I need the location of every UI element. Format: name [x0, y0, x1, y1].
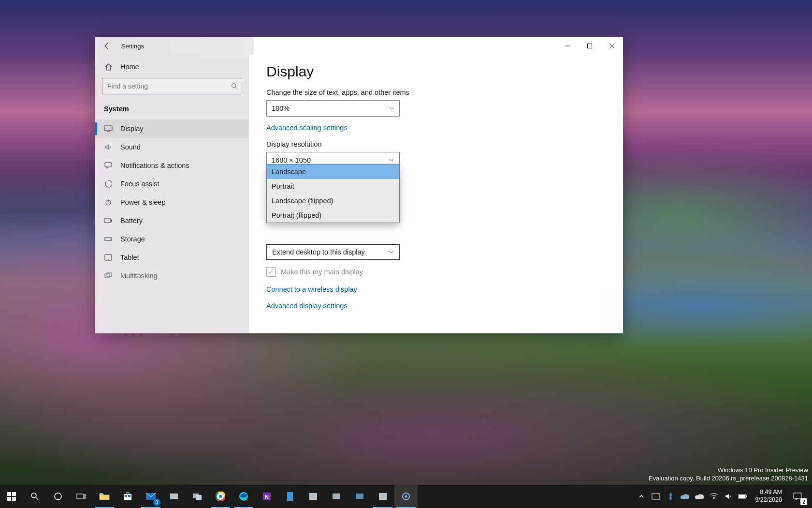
multiple-displays-dropdown[interactable]: Extend desktop to this display [266, 244, 400, 260]
tray-onedrive-icon[interactable] [678, 485, 692, 508]
svg-rect-15 [105, 274, 110, 278]
svg-rect-24 [77, 494, 84, 499]
sidebar-item-power-sleep[interactable]: Power & sleep [95, 193, 249, 211]
svg-rect-30 [128, 495, 130, 497]
chevron-down-icon [388, 249, 394, 255]
svg-rect-6 [105, 163, 112, 167]
tray-onedrive-icon-2[interactable] [692, 485, 707, 508]
settings-window: Settings Home [95, 37, 623, 333]
resolution-value: 812 × 508 [272, 156, 311, 164]
maximize-button[interactable] [579, 37, 601, 55]
search-button[interactable] [23, 485, 46, 508]
tray-input-indicator[interactable] [649, 485, 663, 508]
svg-rect-46 [356, 493, 363, 499]
wireless-display-link[interactable]: Connect to a wireless display [266, 285, 606, 293]
svg-rect-53 [746, 495, 747, 497]
scale-value: 100% [272, 105, 290, 112]
orientation-option-portrait-flipped[interactable]: Portrait (flipped) [267, 208, 399, 223]
svg-text:N: N [265, 494, 269, 500]
checkbox-icon: ✓ [266, 267, 276, 277]
search-input[interactable] [107, 82, 231, 90]
main-display-checkbox[interactable]: ✓ Make this my main display [266, 267, 606, 277]
search-input-wrap[interactable] [102, 78, 242, 94]
taskbar-app-generic-5[interactable] [325, 485, 348, 508]
search-icon [231, 83, 238, 90]
svg-rect-44 [309, 493, 317, 500]
svg-rect-9 [104, 219, 111, 223]
taskbar-app-edge[interactable] [232, 485, 255, 508]
tray-bluetooth-icon[interactable] [663, 485, 678, 508]
orientation-option-portrait[interactable]: Portrait [267, 179, 399, 194]
svg-rect-10 [111, 220, 112, 222]
taskbar-app-chrome[interactable] [209, 485, 232, 508]
sidebar-item-storage[interactable]: Storage [95, 230, 249, 248]
task-view-button[interactable] [70, 485, 93, 508]
start-button[interactable] [0, 485, 23, 508]
main-display-label: Make this my main display [281, 268, 363, 276]
close-button[interactable] [601, 37, 623, 55]
display-icon [104, 124, 113, 133]
sidebar-item-sound[interactable]: Sound [95, 138, 249, 156]
tray-wifi-icon[interactable] [707, 485, 721, 508]
sidebar-item-label: Power & sleep [120, 198, 166, 206]
focus-assist-icon [104, 179, 113, 188]
svg-rect-50 [652, 493, 660, 499]
clock-time: 8:49 AM [755, 489, 782, 496]
sidebar-item-label: Focus assist [120, 180, 160, 188]
taskbar-app-generic-6[interactable] [348, 485, 371, 508]
taskbar-app-store[interactable] [116, 485, 139, 508]
taskbar-app-generic-4[interactable] [302, 485, 325, 508]
svg-point-21 [31, 493, 36, 498]
advanced-display-link[interactable]: Advanced display settings [266, 302, 606, 310]
tray-overflow-button[interactable] [634, 485, 649, 508]
tray-battery-icon[interactable] [736, 485, 750, 508]
sidebar-home[interactable]: Home [95, 60, 249, 78]
taskbar-app-file-explorer[interactable] [93, 485, 116, 508]
sidebar-item-battery[interactable]: Battery [95, 211, 249, 230]
sidebar-item-label: Tablet [120, 254, 139, 261]
sidebar-item-display[interactable]: Display [95, 120, 249, 138]
tray-volume-icon[interactable] [721, 485, 736, 508]
svg-rect-27 [100, 493, 103, 494]
sidebar-item-tablet[interactable]: Tablet [95, 248, 249, 267]
taskbar-app-settings[interactable] [394, 485, 418, 508]
cortana-button[interactable] [46, 485, 70, 508]
svg-rect-54 [739, 495, 745, 498]
svg-point-2 [232, 84, 236, 88]
taskbar-app-mail[interactable]: 3 [139, 485, 162, 508]
orientation-option-landscape-flipped[interactable]: Landscape (flipped) [267, 194, 399, 208]
advanced-scaling-link[interactable]: Advanced scaling settings [266, 124, 348, 132]
sidebar-item-notifications[interactable]: Notifications & actions [95, 156, 249, 175]
svg-rect-29 [125, 495, 127, 497]
desktop-watermark: Windows 10 Pro Insider Preview Evaluatio… [649, 466, 808, 483]
sidebar-item-multitasking[interactable]: Multitasking [95, 267, 249, 285]
svg-rect-55 [794, 493, 801, 498]
svg-point-12 [110, 239, 111, 239]
battery-icon [104, 216, 113, 225]
sidebar-item-focus-assist[interactable]: Focus assist [95, 175, 249, 193]
resolution-label: Display resolution [266, 140, 606, 148]
sound-icon [104, 143, 113, 151]
back-button[interactable] [95, 37, 118, 55]
minimize-button[interactable] [556, 37, 579, 55]
svg-line-22 [36, 497, 38, 500]
taskbar: 3 N 8:49 AM 9/22/2020 [0, 485, 812, 508]
scale-dropdown[interactable]: 100% [266, 100, 400, 117]
svg-point-49 [405, 495, 407, 498]
tablet-icon [104, 253, 113, 262]
taskbar-app-generic-1[interactable] [162, 485, 186, 508]
taskbar-app-onenote[interactable]: N [255, 485, 278, 508]
orientation-dropdown-open[interactable]: Landscape Portrait Landscape (flipped) P… [266, 164, 400, 223]
svg-rect-1 [588, 44, 592, 48]
home-icon [104, 62, 113, 71]
svg-rect-19 [7, 497, 11, 501]
sidebar-item-label: Multitasking [120, 272, 158, 280]
taskbar-app-generic-2[interactable] [186, 485, 209, 508]
taskbar-app-generic-7[interactable] [371, 485, 394, 508]
sidebar-item-label: Display [120, 125, 144, 133]
taskbar-app-generic-3[interactable] [278, 485, 302, 508]
orientation-option-landscape[interactable]: Landscape [267, 164, 399, 179]
action-center-button[interactable]: 2 [787, 485, 808, 508]
sidebar-home-label: Home [120, 63, 139, 71]
taskbar-clock[interactable]: 8:49 AM 9/22/2020 [750, 489, 787, 504]
